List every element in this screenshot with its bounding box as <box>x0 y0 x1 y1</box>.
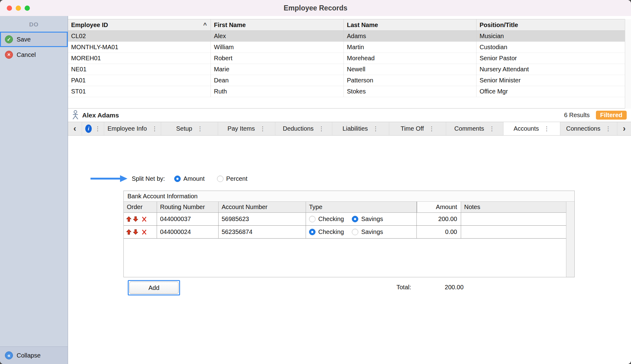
filtered-badge[interactable]: Filtered <box>596 111 627 120</box>
routing-number-cell[interactable]: 044000037 <box>157 213 219 225</box>
tab-deductions[interactable]: Deductions⋮ <box>275 122 332 135</box>
move-up-button[interactable] <box>126 229 131 235</box>
employee-row[interactable]: CL02AlexAdamsMusician <box>68 31 625 42</box>
tab-label: Accounts <box>514 125 539 132</box>
title-bar: Employee Records <box>0 0 631 16</box>
employee-row[interactable]: NE01MarieNewellNursery Attendant <box>68 64 625 75</box>
delete-row-button[interactable] <box>142 216 147 222</box>
type-radio-savings[interactable]: Savings <box>352 216 383 223</box>
tab-time-off[interactable]: Time Off⋮ <box>389 122 446 135</box>
account-number-cell[interactable]: 56985623 <box>219 213 306 225</box>
employee-row[interactable]: ST01RuthStokesOffice Mgr <box>68 86 625 97</box>
move-up-button[interactable] <box>126 216 131 222</box>
bank-table-header: OrderRouting NumberAccount NumberTypeAmo… <box>124 202 566 213</box>
employee-row[interactable]: MONTHLY-MA01WilliamMartinCustodian <box>68 42 625 53</box>
tab-menu-icon[interactable]: ⋮ <box>373 125 379 132</box>
type-radio-checking[interactable]: Checking <box>309 216 344 223</box>
zoom-window-button[interactable] <box>25 6 30 11</box>
employee-id-cell: NE01 <box>68 64 211 75</box>
tab-menu-icon[interactable]: ⋮ <box>544 125 550 132</box>
bank-table-body: 04400003756985623CheckingSavings200.0004… <box>124 213 574 239</box>
column-header-position-title[interactable]: Position/Title <box>476 19 625 30</box>
bank-table-scrollbar[interactable] <box>566 202 574 277</box>
bank-column-header-amount[interactable]: Amount <box>417 202 461 212</box>
split-net-radios: AmountPercent <box>174 175 247 182</box>
amount-cell[interactable]: 0.00 <box>417 226 461 238</box>
employee-table-scrollbar[interactable] <box>625 19 631 109</box>
move-down-button[interactable] <box>133 216 138 222</box>
position-cell: Senior Pastor <box>476 53 625 64</box>
last-name-cell: Morehead <box>344 53 476 64</box>
column-header-label: Last Name <box>347 22 378 29</box>
bank-column-header-type[interactable]: Type <box>306 202 417 212</box>
column-header-first-name[interactable]: First Name <box>211 19 344 30</box>
account-number-cell[interactable]: 562356874 <box>219 226 306 238</box>
split-net-label: Split Net by: <box>132 175 165 182</box>
sort-indicator-icon: ^ <box>203 22 207 29</box>
radio-label: Percent <box>226 175 247 182</box>
window-title: Employee Records <box>0 4 631 12</box>
tab-bar: ‹ i ⋮ Employee Info⋮Setup⋮Pay Items⋮Dedu… <box>68 122 631 136</box>
column-header-employee-id[interactable]: Employee ID^ <box>68 19 211 30</box>
type-radio-savings[interactable]: Savings <box>352 228 383 235</box>
minimize-window-button[interactable] <box>16 6 21 11</box>
bank-column-header-account-number[interactable]: Account Number <box>219 202 306 212</box>
radio-label: Savings <box>361 216 383 223</box>
notes-cell[interactable] <box>461 226 566 238</box>
position-cell: Office Mgr <box>476 86 625 97</box>
collapse-icon: « <box>5 351 13 359</box>
tab-menu-icon[interactable]: ⋮ <box>95 125 101 132</box>
cancel-button[interactable]: × Cancel <box>0 47 68 62</box>
tab-menu-icon[interactable]: ⋮ <box>429 125 435 132</box>
tab-comments[interactable]: Comments⋮ <box>446 122 503 135</box>
last-name-cell: Adams <box>344 31 476 42</box>
tab-accounts[interactable]: Accounts⋮ <box>504 122 560 135</box>
type-radio-checking[interactable]: Checking <box>309 228 344 235</box>
amount-cell[interactable]: 200.00 <box>417 213 461 225</box>
collapse-button[interactable]: « Collapse <box>0 346 68 364</box>
bank-account-row: 044000024562356874CheckingSavings0.00 <box>124 226 566 239</box>
tab-label: Deductions <box>283 125 314 132</box>
tab-menu-icon[interactable]: ⋮ <box>605 125 611 132</box>
tabs-scroll-right-button[interactable]: › <box>617 122 631 135</box>
routing-number-cell[interactable]: 044000024 <box>157 226 219 238</box>
tab-label: Time Off <box>400 125 424 132</box>
tab-info[interactable]: i ⋮ <box>82 122 104 135</box>
bank-column-header-routing-number[interactable]: Routing Number <box>157 202 219 212</box>
bank-column-header-order[interactable]: Order <box>124 202 157 212</box>
tab-pay-items[interactable]: Pay Items⋮ <box>218 122 275 135</box>
bank-group-title: Bank Account Information <box>124 191 574 202</box>
radio-label: Amount <box>183 175 205 182</box>
tab-menu-icon[interactable]: ⋮ <box>319 125 324 132</box>
split-radio-percent[interactable]: Percent <box>217 175 247 182</box>
delete-row-button[interactable] <box>142 229 147 235</box>
employee-row[interactable]: PA01DeanPattersonSenior Minister <box>68 75 625 86</box>
tab-setup[interactable]: Setup⋮ <box>161 122 218 135</box>
selected-employee-name: Alex Adams <box>82 112 119 119</box>
close-window-button[interactable] <box>7 6 12 11</box>
tab-menu-icon[interactable]: ⋮ <box>197 125 203 132</box>
radio-icon <box>352 216 358 222</box>
tab-label: Setup <box>176 125 192 132</box>
employee-row[interactable]: MOREH01RobertMoreheadSenior Pastor <box>68 53 625 64</box>
employee-table: Employee ID^First NameLast NamePosition/… <box>68 19 625 109</box>
tab-menu-icon[interactable]: ⋮ <box>260 125 266 132</box>
tab-menu-icon[interactable]: ⋮ <box>489 125 495 132</box>
add-account-button[interactable]: Add <box>129 282 179 294</box>
radio-label: Checking <box>318 216 344 223</box>
last-name-cell: Patterson <box>344 75 476 86</box>
employee-id-cell: MONTHLY-MA01 <box>68 42 211 53</box>
tab-employee-info[interactable]: Employee Info⋮ <box>104 122 161 135</box>
column-header-last-name[interactable]: Last Name <box>344 19 476 30</box>
split-radio-amount[interactable]: Amount <box>174 175 205 182</box>
move-down-button[interactable] <box>133 229 138 235</box>
person-icon <box>72 110 79 121</box>
notes-cell[interactable] <box>461 213 566 225</box>
bank-column-header-notes[interactable]: Notes <box>461 202 566 212</box>
save-button[interactable]: ✓ Save <box>0 32 68 47</box>
tab-menu-icon[interactable]: ⋮ <box>152 125 158 132</box>
tab-liabilities[interactable]: Liabilities⋮ <box>332 122 389 135</box>
tab-connections[interactable]: Connections⋮ <box>561 122 617 135</box>
tabs-scroll-left-button[interactable]: ‹ <box>68 122 82 135</box>
radio-icon <box>352 229 358 235</box>
